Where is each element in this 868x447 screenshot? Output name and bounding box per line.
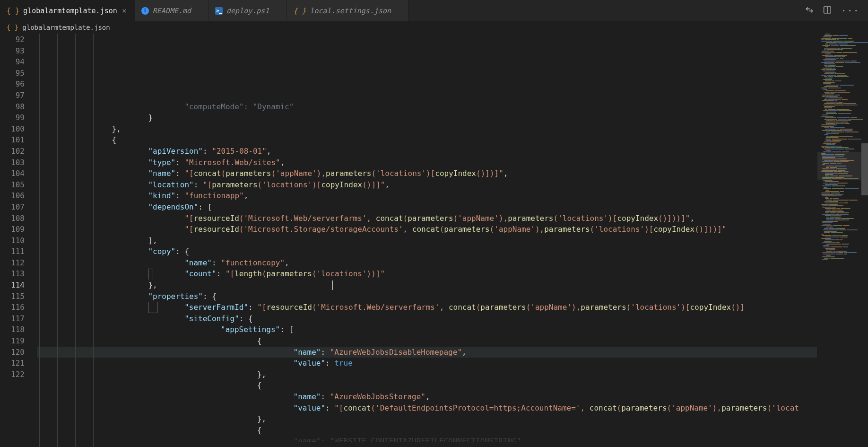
bracket-match-guide [148,269,153,280]
close-icon[interactable]: × [121,6,128,15]
code-line[interactable]: }, [37,413,817,425]
code-line[interactable]: "siteConfig": { [37,313,817,324]
code-line[interactable]: "value": "[concat('DefaultEndpointsProto… [37,403,817,414]
minimap[interactable] [817,34,868,447]
editor-area: 9293949596979899100101102103104105106107… [0,34,868,447]
code-line[interactable]: { [37,380,817,391]
code-line[interactable]: "name": "AzureWebJobsStorage", [37,391,817,403]
line-number-gutter: 9293949596979899100101102103104105106107… [0,34,37,447]
minimap-viewport[interactable] [817,152,868,180]
tab-label: README.md [153,7,191,15]
scrollbar[interactable] [861,34,868,447]
json-file-icon: { } [7,7,19,15]
info-icon: i [141,7,149,15]
code-line[interactable]: "[resourceId('Microsoft.Web/serverfarms'… [37,213,817,224]
code-line[interactable]: "properties": { [37,291,817,302]
bracket-match-guide [148,302,157,313]
code-line[interactable]: }, [37,369,817,380]
code-editor[interactable]: "computeMode": "Dynamic"}},{"apiVersion"… [37,34,817,447]
tabs-container: { }globalarmtemplate.json×iREADME.md×≥_d… [0,0,797,21]
tab-label: deploy.ps1 [226,7,269,15]
code-line[interactable]: }, [37,123,817,135]
code-line[interactable]: "type": "Microsoft.Web/sites", [37,157,817,168]
code-line[interactable]: "dependsOn": [ [37,202,817,213]
code-line[interactable]: { [37,134,817,146]
code-line[interactable]: "name": "[concat(parameters('appName'),p… [37,168,817,179]
code-line[interactable]: ], [37,235,817,246]
tabs-bar: { }globalarmtemplate.json×iREADME.md×≥_d… [0,0,868,21]
code-line[interactable]: "apiVersion": "2015-08-01", [37,146,817,157]
tab-actions: ··· [797,6,868,16]
code-line[interactable]: "[resourceId('Microsoft.Storage/storageA… [37,224,817,235]
code-line[interactable]: "computeMode": "Dynamic" [37,101,817,113]
tab-local-settings-json[interactable]: { }local.settings.json× [286,0,408,21]
tab-readme-md[interactable]: iREADME.md× [135,0,208,21]
text-cursor [332,280,333,290]
breadcrumb[interactable]: { } globalarmtemplate.json [0,21,868,34]
code-line[interactable]: "copy": { [37,246,817,257]
compare-changes-icon[interactable] [805,6,814,16]
code-line[interactable]: { [37,425,817,436]
code-line[interactable]: }, [37,280,817,291]
breadcrumb-file: globalarmtemplate.json [22,24,110,31]
code-line[interactable]: "name": "functioncopy", [37,257,817,269]
tab-deploy-ps1[interactable]: ≥_deploy.ps1× [208,0,286,21]
tab-label: globalarmtemplate.json [23,7,117,15]
code-line[interactable]: "name": "AzureWebJobsDisableHomepage", [37,347,817,358]
split-editor-icon[interactable] [823,6,832,16]
code-line[interactable]: "appSettings": [ [37,324,817,335]
code-line[interactable]: "location": "[parameters('locations')[co… [37,179,817,191]
scrollbar-thumb[interactable] [861,143,868,195]
json-file-icon: { } [293,7,306,15]
code-line[interactable]: "kind": "functionapp", [37,190,817,202]
code-line[interactable]: { [37,335,817,347]
more-actions-icon[interactable]: ··· [841,6,859,16]
code-line[interactable]: "count": "[length(parameters('locations'… [37,268,817,280]
json-file-icon: { } [7,24,18,31]
code-line[interactable]: "name": "WEBSITE_CONTENTAZUREFILECONNECT… [37,436,817,442]
tab-label: local.settings.json [310,7,391,15]
powershell-icon: ≥_ [215,7,223,15]
code-line[interactable]: } [37,112,817,123]
tab-globalarmtemplate-json[interactable]: { }globalarmtemplate.json× [0,0,135,21]
code-line[interactable]: "value": true [37,358,817,369]
